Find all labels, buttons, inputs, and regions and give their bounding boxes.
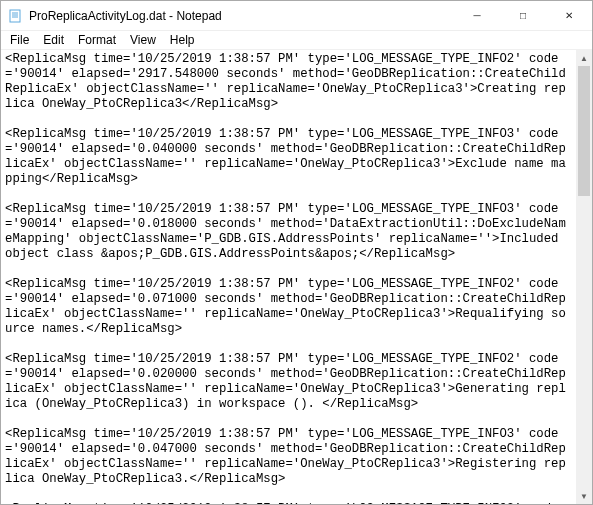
close-button[interactable]: ✕ xyxy=(546,1,592,30)
scroll-track[interactable] xyxy=(576,66,592,488)
minimize-button[interactable]: ─ xyxy=(454,1,500,30)
title-bar: ProReplicaActivityLog.dat - Notepad ─ □ … xyxy=(1,1,592,31)
maximize-button[interactable]: □ xyxy=(500,1,546,30)
scroll-thumb[interactable] xyxy=(578,66,590,196)
window-title: ProReplicaActivityLog.dat - Notepad xyxy=(29,9,454,23)
menu-edit[interactable]: Edit xyxy=(36,32,71,48)
text-content[interactable]: <ReplicaMsg time='10/25/2019 1:38:57 PM'… xyxy=(1,50,576,504)
menu-view[interactable]: View xyxy=(123,32,163,48)
editor-area: <ReplicaMsg time='10/25/2019 1:38:57 PM'… xyxy=(1,50,592,504)
scroll-up-button[interactable]: ▲ xyxy=(576,50,592,66)
scroll-down-button[interactable]: ▼ xyxy=(576,488,592,504)
svg-rect-0 xyxy=(10,10,20,22)
menu-format[interactable]: Format xyxy=(71,32,123,48)
window-controls: ─ □ ✕ xyxy=(454,1,592,30)
menu-help[interactable]: Help xyxy=(163,32,202,48)
vertical-scrollbar[interactable]: ▲ ▼ xyxy=(576,50,592,504)
menu-bar: File Edit Format View Help xyxy=(1,31,592,50)
menu-file[interactable]: File xyxy=(3,32,36,48)
notepad-icon xyxy=(7,8,23,24)
